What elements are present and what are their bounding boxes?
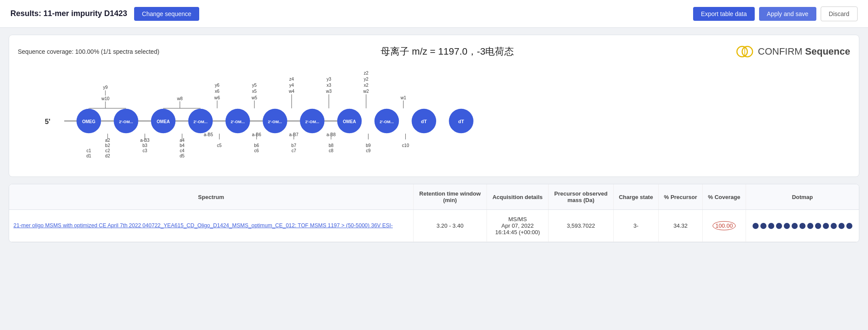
dot-10 xyxy=(823,223,829,229)
svg-text:y3: y3 xyxy=(326,77,331,82)
svg-text:w4: w4 xyxy=(288,89,294,94)
svg-text:2'-OM...: 2'-OM... xyxy=(119,120,133,124)
dot-5 xyxy=(784,223,790,229)
svg-text:2'-OM...: 2'-OM... xyxy=(380,120,394,124)
svg-text:z4: z4 xyxy=(289,77,294,82)
svg-text:c5: c5 xyxy=(217,143,222,148)
table-row: 21-mer oligo MSMS with optimized CE Apri… xyxy=(9,210,859,242)
dot-8 xyxy=(807,223,813,229)
cell-dotmap xyxy=(746,210,859,242)
svg-text:w10: w10 xyxy=(101,96,110,101)
col-header-pct-coverage: % Coverage xyxy=(703,184,746,210)
dot-1 xyxy=(753,223,759,229)
col-header-spectrum: Spectrum xyxy=(9,184,413,210)
svg-text:OMEG: OMEG xyxy=(82,119,95,124)
dot-3 xyxy=(768,223,774,229)
spectrum-link[interactable]: 21-mer oligo MSMS with optimized CE Apri… xyxy=(13,222,393,229)
header-right: Export table data Apply and save Discard xyxy=(693,7,858,21)
apply-save-button[interactable]: Apply and save xyxy=(759,7,816,21)
svg-text:b4: b4 xyxy=(180,143,185,148)
svg-text:c9: c9 xyxy=(366,148,371,153)
svg-text:c4: c4 xyxy=(180,148,184,153)
svg-text:b3: b3 xyxy=(142,143,148,148)
svg-text:c1: c1 xyxy=(86,148,91,153)
svg-text:d1: d1 xyxy=(86,154,92,158)
dot-11 xyxy=(831,223,837,229)
col-header-precursor-mass: Precursor observedmass (Da) xyxy=(549,184,614,210)
page-title: Results: 11-mer impurity D1423 xyxy=(10,9,127,18)
svg-text:w1: w1 xyxy=(400,95,406,100)
svg-text:2'-OM...: 2'-OM... xyxy=(194,120,207,124)
svg-text:c2: c2 xyxy=(105,148,110,153)
precursor-info: 母离子 m/z = 1197.0，-3电荷态 xyxy=(159,45,735,58)
col-header-charge-state: Charge state xyxy=(613,184,658,210)
table-panel: Spectrum Retention time window(min) Acqu… xyxy=(9,184,859,242)
svg-text:dT: dT xyxy=(421,119,427,124)
col-header-retention: Retention time window(min) xyxy=(413,184,487,210)
sequence-diagram: 5' 3' xyxy=(18,65,850,170)
col-header-dotmap: Dotmap xyxy=(746,184,859,210)
svg-text:d2: d2 xyxy=(105,154,110,158)
table-header-row: Spectrum Retention time window(min) Acqu… xyxy=(9,184,859,210)
svg-text:b8: b8 xyxy=(329,143,334,148)
svg-text:c10: c10 xyxy=(402,143,409,148)
svg-text:b6: b6 xyxy=(254,143,260,148)
dot-12 xyxy=(838,223,845,229)
cell-retention: 3.20 - 3.40 xyxy=(413,210,487,242)
seq-panel-header: Sequence coverage: 100.00% (1/1 spectra … xyxy=(18,42,850,61)
dot-4 xyxy=(776,223,782,229)
svg-text:x5: x5 xyxy=(252,89,257,94)
dot-9 xyxy=(815,223,821,229)
sequence-svg: 5' 3' xyxy=(18,65,850,170)
dot-7 xyxy=(799,223,806,229)
cell-precursor-mass: 3,593.7022 xyxy=(549,210,614,242)
svg-text:x3: x3 xyxy=(326,83,331,88)
svg-text:dT: dT xyxy=(458,119,464,124)
acquisition-time: 16:14:45 (+00:00) xyxy=(495,229,540,235)
svg-text:b7: b7 xyxy=(291,143,296,148)
main-content: Sequence coverage: 100.00% (1/1 spectra … xyxy=(0,28,868,249)
confirm-logo-icon xyxy=(735,42,754,61)
col-header-acquisition: Acquisition details xyxy=(487,184,548,210)
svg-text:w2: w2 xyxy=(363,89,369,94)
cell-acquisition: MS/MS Apr 07, 2022 16:14:45 (+00:00) xyxy=(487,210,548,242)
svg-text:y4: y4 xyxy=(289,83,294,88)
cell-spectrum: 21-mer oligo MSMS with optimized CE Apri… xyxy=(9,210,413,242)
svg-text:c7: c7 xyxy=(292,148,296,153)
svg-text:c8: c8 xyxy=(329,148,333,153)
svg-text:y5: y5 xyxy=(252,83,257,88)
svg-text:2'-OM...: 2'-OM... xyxy=(231,120,245,124)
svg-text:c6: c6 xyxy=(254,148,259,153)
sequence-panel: Sequence coverage: 100.00% (1/1 spectra … xyxy=(9,35,859,177)
svg-text:w8: w8 xyxy=(177,96,183,101)
confirm-text: CONFIRM Sequence xyxy=(758,46,850,57)
cell-pct-coverage: 100.00 xyxy=(703,210,746,242)
svg-text:b9: b9 xyxy=(366,143,371,148)
export-table-button[interactable]: Export table data xyxy=(693,7,755,21)
header-bar: Results: 11-mer impurity D1423 Change se… xyxy=(0,0,868,28)
dot-2 xyxy=(760,223,766,229)
svg-text:b2: b2 xyxy=(105,143,110,148)
dot-6 xyxy=(792,223,798,229)
svg-text:x2: x2 xyxy=(364,83,368,88)
svg-text:y9: y9 xyxy=(103,85,108,90)
cell-pct-precursor: 34.32 xyxy=(658,210,703,242)
acquisition-date: Apr 07, 2022 xyxy=(501,222,533,229)
svg-text:z2: z2 xyxy=(364,71,368,75)
svg-text:w6: w6 xyxy=(214,95,220,100)
cell-charge-state: 3- xyxy=(613,210,658,242)
confirm-logo: CONFIRM Sequence xyxy=(735,42,850,61)
coverage-badge: 100.00 xyxy=(713,221,736,230)
svg-text:d5: d5 xyxy=(180,154,185,158)
change-sequence-button[interactable]: Change sequence xyxy=(134,7,199,21)
svg-text:OMEA: OMEA xyxy=(157,119,170,124)
five-prime-label: 5' xyxy=(45,118,50,125)
svg-text:y6: y6 xyxy=(215,83,220,88)
col-header-pct-precursor: % Precursor xyxy=(658,184,703,210)
svg-text:2'-OM...: 2'-OM... xyxy=(268,120,282,124)
discard-button[interactable]: Discard xyxy=(821,7,858,21)
confirm-bold: Sequence xyxy=(805,46,850,57)
svg-text:w3: w3 xyxy=(326,89,332,94)
header-left: Results: 11-mer impurity D1423 Change se… xyxy=(10,7,199,21)
coverage-label: Sequence coverage: 100.00% (1/1 spectra … xyxy=(18,48,159,55)
